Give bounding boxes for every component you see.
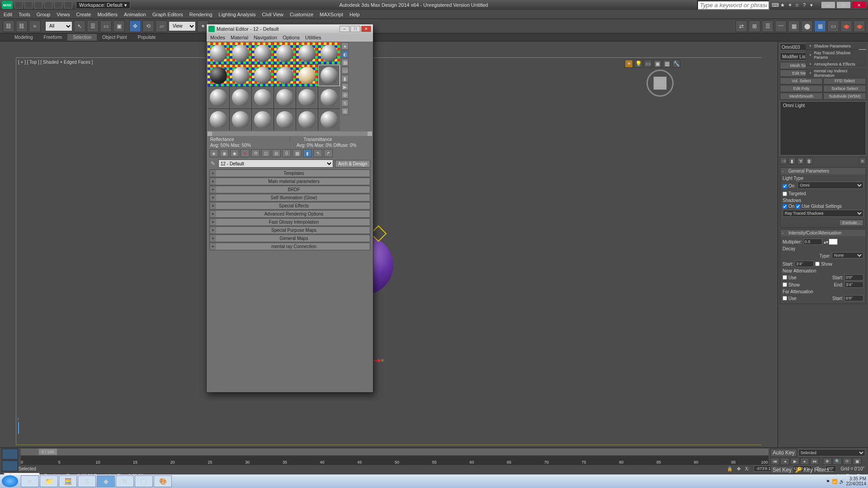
select-name-icon[interactable]: ☰ bbox=[87, 20, 99, 32]
show-checkbox[interactable] bbox=[783, 282, 787, 287]
sample-slot[interactable] bbox=[274, 65, 296, 86]
sample-slot-active[interactable] bbox=[318, 65, 340, 86]
sample-slot[interactable] bbox=[208, 65, 229, 86]
menu-rendering[interactable]: Rendering bbox=[189, 12, 212, 17]
sample-slot[interactable] bbox=[208, 109, 229, 131]
far-start-input[interactable] bbox=[844, 295, 863, 301]
sample-slot[interactable] bbox=[252, 42, 274, 64]
menu-views[interactable]: Views bbox=[57, 12, 70, 17]
render-icon[interactable]: 🫖 bbox=[840, 20, 852, 32]
chevron-down-icon[interactable]: ▾ bbox=[808, 2, 815, 8]
selection-filter[interactable]: All bbox=[45, 21, 72, 31]
menu-modifiers[interactable]: Modifiers bbox=[97, 12, 118, 17]
viewcube[interactable] bbox=[646, 70, 674, 97]
minimize-button[interactable]: – bbox=[821, 1, 835, 9]
signin-icon[interactable]: ★ bbox=[779, 2, 786, 8]
link-icon[interactable]: ⛓ bbox=[3, 20, 14, 32]
rollout-header[interactable]: General Parameters bbox=[780, 168, 866, 174]
key-target-dropdown[interactable]: Selected bbox=[798, 449, 865, 456]
sample-slot[interactable] bbox=[208, 42, 229, 64]
go-parent-icon[interactable]: ↰ bbox=[313, 149, 322, 157]
qat-new-icon[interactable] bbox=[14, 1, 23, 9]
task-calc-icon[interactable]: 🧮 bbox=[59, 475, 77, 487]
mod-btn[interactable]: MeshSmooth bbox=[780, 93, 823, 100]
sample-slot[interactable] bbox=[296, 87, 318, 108]
me-menu-navigation[interactable]: Navigation bbox=[254, 35, 277, 40]
shadow-on-checkbox[interactable] bbox=[783, 204, 787, 209]
tray-flag-icon[interactable]: ⚑ bbox=[826, 479, 830, 484]
nav-zoom-icon[interactable]: 🔍 bbox=[833, 458, 842, 465]
viewport[interactable]: [ + ] [ Top ] [ Shaded + Edged Faces ] ☀… bbox=[0, 42, 778, 461]
timeline-ruler[interactable]: 0 5 10 15 20 25 30 35 40 45 50 55 60 65 … bbox=[21, 456, 769, 465]
unlink-icon[interactable]: ⛓ bbox=[16, 20, 28, 32]
shadow-type-dropdown[interactable]: Ray Traced Shadows bbox=[783, 210, 863, 217]
make-preview-icon[interactable]: ▶ bbox=[341, 83, 349, 90]
task-chrome-icon[interactable]: ◯ bbox=[135, 475, 153, 487]
near-start-input[interactable] bbox=[844, 274, 863, 281]
tab-object-paint[interactable]: Object Paint bbox=[97, 34, 132, 41]
exchange-icon[interactable]: ✶ bbox=[787, 2, 793, 8]
light-gizmo[interactable] bbox=[373, 228, 384, 239]
safe-frame-icon[interactable]: ▣ bbox=[653, 60, 661, 68]
viewport-label[interactable]: [ + ] [ Top ] [ Shaded + Edged Faces ] bbox=[18, 60, 93, 65]
task-ie-icon[interactable]: e bbox=[21, 475, 39, 487]
next-frame-icon[interactable]: ▸ bbox=[800, 458, 809, 465]
mirror-icon[interactable]: ⇄ bbox=[736, 20, 747, 32]
sample-uv-icon[interactable]: ▭ bbox=[341, 67, 349, 74]
show-end-result-icon[interactable]: ▮ bbox=[303, 149, 312, 157]
rollout-special-maps[interactable]: +Special Purpose Maps bbox=[209, 226, 370, 234]
qat-link-icon[interactable] bbox=[64, 1, 72, 9]
layer-icon[interactable]: ☰ bbox=[762, 20, 774, 32]
rollout-fast-glossy[interactable]: +Fast Glossy Interpolation bbox=[209, 218, 370, 226]
rotate-icon[interactable]: ⟲ bbox=[142, 20, 154, 32]
pin-stack-icon[interactable]: ⊣ bbox=[780, 157, 787, 164]
dialog-close-button[interactable]: ✕ bbox=[361, 26, 371, 32]
key-icon[interactable]: 🔑 bbox=[795, 467, 802, 473]
decay-type-dropdown[interactable]: None bbox=[832, 252, 863, 258]
ref-coord[interactable]: View bbox=[169, 21, 196, 31]
sample-slot[interactable] bbox=[252, 65, 274, 86]
auto-key-button[interactable]: Auto Key bbox=[770, 449, 797, 457]
prev-frame-icon[interactable]: ◂ bbox=[780, 458, 789, 465]
camera-icon[interactable]: ▭ bbox=[644, 60, 652, 68]
background-icon[interactable]: ▦ bbox=[341, 59, 349, 66]
workspace-dropdown[interactable]: Workspace: Default ▾ bbox=[76, 1, 130, 9]
rollout-self-illum[interactable]: +Self Illumination (Glow) bbox=[209, 194, 370, 202]
sample-slot[interactable] bbox=[274, 42, 296, 64]
maximize-button[interactable]: □ bbox=[836, 1, 851, 9]
dialog-minimize-button[interactable]: – bbox=[340, 26, 349, 32]
schematic-icon[interactable]: ▦ bbox=[788, 20, 800, 32]
show-checkbox[interactable] bbox=[815, 262, 820, 266]
menu-tools[interactable]: Tools bbox=[19, 12, 30, 17]
make-unique-icon[interactable]: ∀ bbox=[797, 157, 804, 164]
dialog-title-bar[interactable]: Material Editor - 12 - Default – □ ✕ bbox=[207, 24, 373, 33]
goto-end-icon[interactable]: ⏭ bbox=[810, 458, 819, 465]
sample-slot[interactable] bbox=[230, 87, 251, 108]
play-icon[interactable]: ▶ bbox=[790, 458, 799, 465]
decay-start-input[interactable] bbox=[795, 261, 814, 267]
menu-graph-editors[interactable]: Graph Editors bbox=[152, 12, 183, 17]
nav-max-icon[interactable]: ▣ bbox=[853, 458, 862, 465]
sample-slot[interactable] bbox=[252, 109, 274, 131]
sample-slot[interactable] bbox=[318, 42, 340, 64]
nav-pan-icon[interactable]: ✥ bbox=[823, 458, 832, 465]
multiplier-input[interactable] bbox=[803, 239, 822, 245]
light-on-checkbox[interactable] bbox=[783, 184, 787, 188]
window-crossing-icon[interactable]: ▣ bbox=[113, 20, 125, 32]
rollout-mentalray[interactable]: +mental ray Connection bbox=[209, 243, 370, 250]
task-explorer-icon[interactable]: 📁 bbox=[40, 475, 58, 487]
menu-help[interactable]: Help bbox=[349, 12, 360, 17]
sample-slot[interactable] bbox=[274, 109, 296, 131]
put-to-scene-icon[interactable]: ◉ bbox=[220, 149, 229, 157]
render-frame-icon[interactable]: ▭ bbox=[827, 20, 839, 32]
tray-network-icon[interactable]: 📶 bbox=[832, 479, 837, 484]
targeted-checkbox[interactable] bbox=[783, 192, 787, 196]
menu-customize[interactable]: Customize bbox=[290, 12, 313, 17]
mat-id-icon[interactable]: 0 bbox=[282, 149, 291, 157]
rollout-main-params[interactable]: +Main material parameters bbox=[209, 178, 370, 185]
time-pos[interactable]: 0 / 100 bbox=[39, 449, 57, 455]
key-mode-icon[interactable] bbox=[2, 460, 18, 471]
mod-btn[interactable]: Subdivide (WSM) bbox=[823, 93, 866, 100]
sample-slot[interactable] bbox=[318, 87, 340, 108]
scale-icon[interactable]: ▱ bbox=[156, 20, 167, 32]
